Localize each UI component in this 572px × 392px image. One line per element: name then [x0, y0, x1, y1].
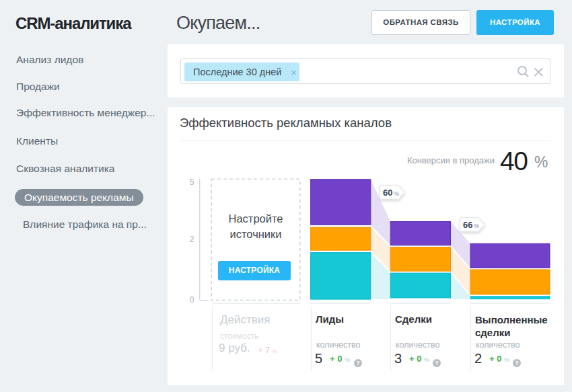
svg-text:2: 2	[190, 235, 194, 244]
svg-text:0: 0	[190, 295, 194, 305]
svg-text:%: %	[474, 223, 479, 229]
svg-text:66: 66	[463, 220, 472, 230]
svg-text:60: 60	[383, 188, 392, 198]
svg-text:%: %	[394, 190, 399, 197]
svg-text:5: 5	[190, 178, 194, 187]
